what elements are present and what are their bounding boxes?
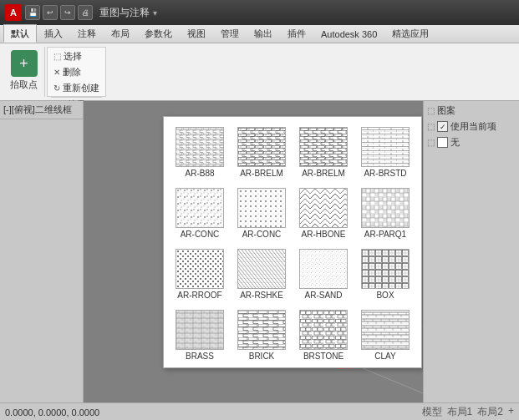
- app-logo: A: [5, 4, 22, 21]
- hatch-item-brstone[interactable]: BRSTONE: [294, 306, 353, 364]
- hatch-item-brass[interactable]: BRASS: [170, 306, 229, 364]
- redo-icon[interactable]: ↪: [60, 5, 75, 20]
- hatch-label: BOX: [376, 291, 394, 300]
- ribbon-content: + 抬取点 ⬚ 选择 ✕ 删除 ↻ 重新创建 边界: [0, 43, 519, 100]
- right-panel-title: 图案: [437, 104, 455, 117]
- hatch-item-ar-hbone[interactable]: AR-HBONE: [294, 185, 353, 242]
- hatch-label: CLAY: [374, 352, 395, 361]
- tab-adsk360[interactable]: Autodesk 360: [313, 24, 384, 43]
- svg-rect-24: [176, 189, 224, 228]
- svg-rect-66: [176, 311, 224, 350]
- tab-default[interactable]: 默认: [3, 24, 37, 43]
- tab-manage[interactable]: 管理: [213, 24, 247, 43]
- hatch-label: BRSTONE: [303, 352, 343, 361]
- layout1-btn[interactable]: 布局1: [447, 405, 473, 419]
- use-current-checkbox[interactable]: ✓: [437, 121, 448, 132]
- add-layout-btn[interactable]: +: [508, 405, 514, 419]
- svg-rect-70: [238, 311, 286, 350]
- hatch-label: AR-HBONE: [302, 230, 346, 239]
- save-icon[interactable]: 💾: [25, 5, 40, 20]
- title-bar: A 💾 ↩ ↪ 🖨 重图与注释 ▾: [0, 0, 519, 25]
- use-current-label: 使用当前项: [450, 120, 496, 133]
- hatch-label: AR-RROOF: [177, 291, 221, 300]
- delete-btn[interactable]: ✕ 删除: [51, 65, 102, 79]
- svg-rect-7: [238, 128, 286, 167]
- hatch-label: BRASS: [186, 352, 214, 361]
- hatch-item-clay[interactable]: CLAY: [356, 306, 415, 364]
- hatch-item-brick[interactable]: BRICK: [232, 306, 291, 364]
- none-item[interactable]: ⬚ 无: [427, 136, 516, 149]
- undo-icon[interactable]: ↩: [43, 5, 58, 20]
- main-area: [-][俯视]二维线框 AR-B: [0, 101, 519, 402]
- layout2-btn[interactable]: 布局2: [477, 405, 503, 419]
- recreate-btn[interactable]: ↻ 重新创建: [51, 81, 102, 95]
- model-btn[interactable]: 模型: [422, 405, 442, 419]
- hatch-item-ar-parq1[interactable]: AR-PARQ1: [356, 185, 415, 242]
- tab-featured[interactable]: 精选应用: [384, 24, 436, 43]
- hatch-label: AR-PARQ1: [364, 230, 406, 239]
- ribbon: 默认 插入 注释 布局 参数化 视图 管理 输出 插件 Autodesk 360…: [0, 25, 519, 101]
- hatch-label: BRICK: [249, 352, 275, 361]
- svg-rect-50: [238, 250, 286, 289]
- hatch-label: AR-BRELM: [240, 169, 283, 178]
- hatch-label: AR-CONC: [181, 230, 220, 239]
- svg-rect-75: [300, 311, 348, 350]
- hatch-item-ar-rroof[interactable]: AR-RROOF: [170, 245, 229, 303]
- hatch-item-ar-b88[interactable]: AR-B88: [170, 124, 229, 181]
- hatch-popup: AR-B88: [163, 116, 422, 368]
- svg-rect-46: [176, 250, 224, 289]
- ribbon-tabs: 默认 插入 注释 布局 参数化 视图 管理 输出 插件 Autodesk 360…: [0, 25, 519, 43]
- view-label: [-][俯视]二维线框: [0, 101, 83, 119]
- hatch-item-ar-brelm2[interactable]: AR-BRELM: [294, 124, 353, 181]
- title-arrow: ▾: [153, 8, 157, 18]
- hatch-item-ar-conc1[interactable]: AR-CONC: [170, 185, 229, 242]
- hatch-label: AR-B88: [185, 169, 214, 178]
- tab-view[interactable]: 视图: [180, 24, 213, 43]
- tab-insert[interactable]: 插入: [37, 24, 70, 43]
- hatch-label: AR-RSHKE: [240, 291, 283, 300]
- none-checkbox[interactable]: [437, 137, 448, 148]
- pattern-label-item: ⬚ 图案: [427, 104, 516, 117]
- svg-rect-30: [238, 189, 286, 228]
- svg-rect-81: [362, 311, 410, 350]
- tab-output[interactable]: 输出: [247, 24, 280, 43]
- hatch-item-ar-rshke[interactable]: AR-RSHKE: [232, 245, 291, 303]
- hatch-item-ar-conc2[interactable]: AR-CONC: [232, 185, 291, 242]
- print-icon[interactable]: 🖨: [78, 5, 93, 20]
- hatch-grid: AR-B88: [164, 117, 421, 367]
- hatch-label: AR-BRELM: [302, 169, 345, 178]
- ribbon-group-select: ⬚ 选择 ✕ 删除 ↻ 重新创建 边界: [47, 47, 106, 97]
- hatch-label: AR-SAND: [304, 291, 342, 300]
- status-bar: 0.0000, 0.0000, 0.0000 模型 布局1 布局2 +: [0, 402, 519, 420]
- status-icons: 模型 布局1 布局2 +: [422, 405, 514, 419]
- hatch-label: AR-CONC: [242, 230, 282, 239]
- drawing-area[interactable]: AR-B88: [84, 101, 423, 402]
- svg-rect-2: [176, 128, 224, 167]
- use-current-item[interactable]: ⬚ ✓ 使用当前项: [427, 120, 516, 133]
- hatch-item-ar-brstd[interactable]: AR-BRSTD: [356, 124, 415, 181]
- svg-rect-43: [362, 189, 410, 228]
- hatch-item-box[interactable]: BOX: [356, 245, 415, 303]
- tab-plugins[interactable]: 插件: [280, 24, 313, 43]
- select-btn[interactable]: ⬚ 选择: [51, 49, 102, 63]
- right-panel: ⬚ 图案 ⬚ ✓ 使用当前项 ⬚ 无: [423, 101, 519, 402]
- status-coords: 0.0000, 0.0000, 0.0000: [5, 407, 99, 417]
- svg-rect-59: [362, 250, 410, 289]
- svg-rect-55: [300, 250, 348, 289]
- hatch-label: AR-BRSTD: [364, 169, 406, 178]
- title-bar-icons: 💾 ↩ ↪ 🖨: [25, 5, 93, 20]
- grab-point-btn[interactable]: + 抬取点: [3, 47, 45, 97]
- svg-rect-35: [300, 189, 348, 228]
- tab-layout[interactable]: 布局: [104, 24, 137, 43]
- hatch-item-ar-sand[interactable]: AR-SAND: [294, 245, 353, 303]
- none-label: 无: [450, 136, 460, 149]
- svg-rect-12: [300, 128, 348, 167]
- title-text: 重图与注释: [99, 6, 150, 20]
- svg-rect-18: [362, 128, 410, 167]
- tab-annotate[interactable]: 注释: [70, 24, 104, 43]
- tab-param[interactable]: 参数化: [137, 24, 180, 43]
- hatch-item-ar-brelm1[interactable]: AR-BRELM: [232, 124, 291, 181]
- left-panel: [-][俯视]二维线框: [0, 101, 84, 402]
